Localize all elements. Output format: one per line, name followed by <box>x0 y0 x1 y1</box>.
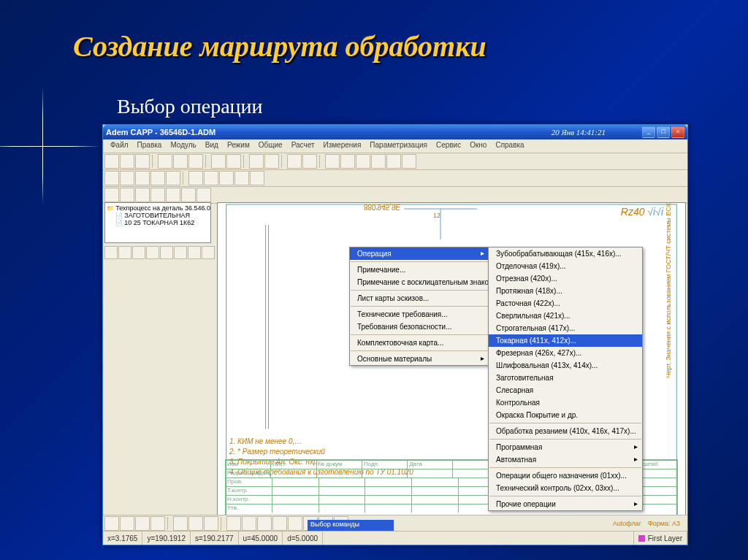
tool-a-icon[interactable] <box>325 154 340 169</box>
titlebar[interactable]: Adem CAPP - 36546D-1.ADM 20 Янв 14:41:21… <box>103 125 687 139</box>
tool3-6-icon[interactable] <box>181 188 196 202</box>
bt-6-icon[interactable] <box>188 516 203 531</box>
bt-1-icon[interactable] <box>104 516 119 531</box>
side-tool-8-icon[interactable] <box>202 246 215 259</box>
tool3-5-icon[interactable] <box>166 188 180 202</box>
bt-11-icon[interactable] <box>272 516 287 531</box>
menu-param[interactable]: Параметризация <box>365 139 432 153</box>
minimize-button[interactable]: _ <box>642 126 655 138</box>
side-tool-6-icon[interactable] <box>174 246 187 259</box>
side-tool-5-icon[interactable] <box>160 246 173 259</box>
tool-save-icon[interactable] <box>135 154 150 169</box>
menu-help[interactable]: Справка <box>491 139 528 153</box>
bt-5-icon[interactable] <box>173 516 188 531</box>
op-inspect[interactable]: Контрольная <box>489 396 642 409</box>
tool-cut-icon[interactable] <box>158 154 172 169</box>
tool-preview-icon[interactable] <box>264 154 279 169</box>
op-cutoff[interactable]: Отрезная (420x)... <box>489 272 642 285</box>
bt-2-icon[interactable] <box>120 516 134 531</box>
bt-8-icon[interactable] <box>226 516 241 531</box>
tool2-6-icon[interactable] <box>188 171 203 185</box>
side-tool-1-icon[interactable] <box>104 246 118 259</box>
menu-file[interactable]: Файл <box>106 139 133 153</box>
tool2-5-icon[interactable] <box>166 171 180 185</box>
close-button[interactable]: × <box>671 126 684 138</box>
tool-d-icon[interactable] <box>371 154 386 169</box>
tree-root[interactable]: Техпроцесс на деталь 36.546.0 <box>107 204 209 212</box>
ctx-operation[interactable]: Операция <box>350 248 489 260</box>
op-techctrl[interactable]: Технический контроль (02xx, 03xx)... <box>489 482 642 494</box>
side-tool-2-icon[interactable] <box>118 246 131 259</box>
tool-open-icon[interactable] <box>120 154 134 169</box>
side-tool-3-icon[interactable] <box>132 246 145 259</box>
tool3-2-icon[interactable] <box>120 188 134 202</box>
bt-7-icon[interactable] <box>204 516 218 531</box>
tool-zoom-icon[interactable] <box>287 154 302 169</box>
tool3-1-icon[interactable] <box>104 188 119 202</box>
menu-window[interactable]: Окно <box>465 139 491 153</box>
tool2-2-icon[interactable] <box>120 171 134 185</box>
tool-redo-icon[interactable] <box>226 154 241 169</box>
tool-paste-icon[interactable] <box>188 154 203 169</box>
op-grind[interactable]: Шлифовальная (413x, 414x)... <box>489 359 642 372</box>
menu-calc[interactable]: Расчет <box>287 139 319 153</box>
tool3-3-icon[interactable] <box>135 188 150 202</box>
menu-service[interactable]: Сервис <box>432 139 465 153</box>
tool-copy-icon[interactable] <box>173 154 188 169</box>
tool3-4-icon[interactable] <box>150 188 165 202</box>
tool2-3-icon[interactable] <box>135 171 150 185</box>
menu-view[interactable]: Вид <box>201 139 223 153</box>
maximize-button[interactable]: □ <box>657 126 670 138</box>
tool2-10-icon[interactable] <box>250 171 264 185</box>
tool-zoom2-icon[interactable] <box>302 154 317 169</box>
op-mill[interactable]: Фрезерная (426x, 427x)... <box>489 347 642 359</box>
tool-e-icon[interactable] <box>386 154 401 169</box>
op-blank[interactable]: Заготовительная <box>489 372 642 384</box>
op-bore[interactable]: Расточная (422x)... <box>489 297 642 310</box>
op-paint[interactable]: Окраска Покрытие и др. <box>489 409 642 421</box>
process-tree[interactable]: Техпроцесс на деталь 36.546.0 ЗАГОТОВИТЕ… <box>104 202 211 243</box>
op-plane[interactable]: Строгательная (417x)... <box>489 322 642 334</box>
tool2-7-icon[interactable] <box>204 171 218 185</box>
tool-f-icon[interactable] <box>402 154 416 169</box>
command-prompt[interactable]: Выбор команды <box>308 520 394 532</box>
ctx-note-excl[interactable]: Примечание с восклицательным знаком... <box>350 276 489 288</box>
tool2-8-icon[interactable] <box>219 171 234 185</box>
side-tool-7-icon[interactable] <box>188 246 201 259</box>
bt-4-icon[interactable] <box>150 516 165 531</box>
op-general[interactable]: Операции общего назначения (01xx)... <box>489 469 642 482</box>
tree-item-0[interactable]: ЗАГОТОВИТЕЛЬНАЯ <box>107 212 209 219</box>
drawing-canvas[interactable]: 12 Черт. Значения с использованием ГОСТ/… <box>217 202 686 530</box>
tree-item-1[interactable]: 10 25 ТОКАРНАЯ 1К62 <box>107 219 209 226</box>
bt-3-icon[interactable] <box>135 516 150 531</box>
op-other[interactable]: Прочие операции <box>489 498 642 510</box>
op-program[interactable]: Программная <box>489 441 642 453</box>
op-turning[interactable]: Токарная (411x, 412x)... <box>489 334 642 347</box>
tool-new-icon[interactable] <box>104 154 119 169</box>
ctx-tech-req[interactable]: Технические требования... <box>350 308 489 321</box>
tool2-9-icon[interactable] <box>234 171 249 185</box>
ctx-sketch-sheet[interactable]: Лист карты эскизов... <box>350 292 489 304</box>
tool2-1-icon[interactable] <box>104 171 119 185</box>
op-drill[interactable]: Сверлильная (421x)... <box>489 310 642 322</box>
op-gear[interactable]: Зубообрабатывающая (415x, 416x)... <box>489 248 642 260</box>
menu-module[interactable]: Модуль <box>166 139 200 153</box>
ctx-pick-card[interactable]: Комплектовочная карта... <box>350 337 489 349</box>
menu-common[interactable]: Общие <box>254 139 287 153</box>
menu-mode[interactable]: Режим <box>223 139 254 153</box>
op-auto[interactable]: Автоматная <box>489 453 642 466</box>
bt-10-icon[interactable] <box>257 516 272 531</box>
side-tool-4-icon[interactable] <box>146 246 159 259</box>
tool-c-icon[interactable] <box>356 154 370 169</box>
tool3-7-icon[interactable] <box>196 188 211 202</box>
menu-edit[interactable]: Правка <box>133 139 167 153</box>
bt-9-icon[interactable] <box>242 516 256 531</box>
ctx-note[interactable]: Примечание... <box>350 264 489 276</box>
ctx-base-materials[interactable]: Основные материалы <box>350 353 489 365</box>
op-finish[interactable]: Отделочная (419x)... <box>489 260 642 272</box>
tool2-4-icon[interactable] <box>150 171 165 185</box>
tool-print-icon[interactable] <box>249 154 264 169</box>
op-cutting[interactable]: Обработка резанием (410x, 416x, 417x)... <box>489 425 642 437</box>
op-bench[interactable]: Слесарная <box>489 384 642 396</box>
menu-meas[interactable]: Измерения <box>318 139 365 153</box>
